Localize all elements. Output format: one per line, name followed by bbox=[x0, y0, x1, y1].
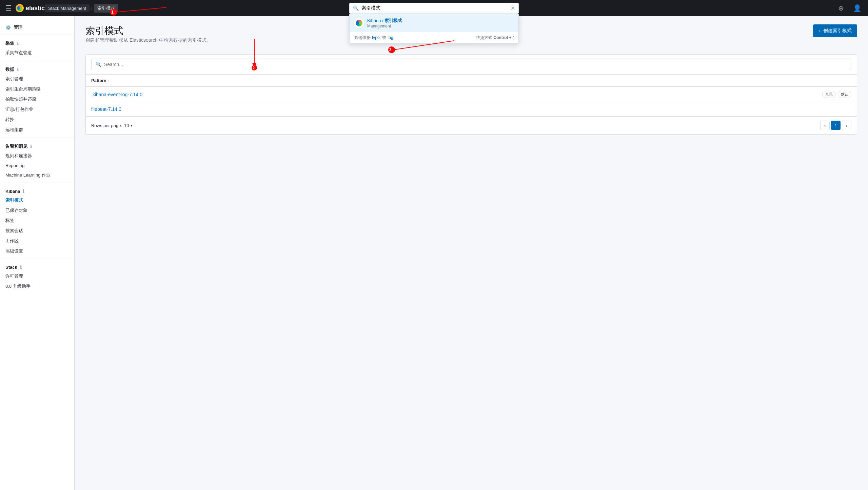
sidebar-item-search-sessions[interactable]: 搜索会话 bbox=[0, 226, 74, 236]
hamburger-menu[interactable]: ☰ bbox=[5, 4, 12, 12]
search-result-title: Kibana / 索引模式 bbox=[367, 18, 514, 24]
search-clear-icon[interactable]: ✕ bbox=[511, 5, 515, 12]
shortcut-key: Control + / bbox=[493, 35, 514, 40]
alerts-label: 告警和洞见 bbox=[5, 143, 27, 149]
info-icon-4: ℹ bbox=[23, 189, 24, 194]
sort-asc-icon: ↑ bbox=[108, 78, 110, 83]
divider-1 bbox=[0, 35, 74, 35]
svg-point-4 bbox=[20, 6, 22, 10]
sidebar-item-license[interactable]: 许可管理 bbox=[0, 271, 74, 281]
sidebar-item-spaces[interactable]: 工作区 bbox=[0, 236, 74, 246]
sidebar-item-remote-clusters[interactable]: 远程集群 bbox=[0, 125, 74, 135]
sidebar-item-upgrade[interactable]: 8.0 升级助手 bbox=[0, 281, 74, 291]
help-icon[interactable]: ⊕ bbox=[835, 3, 846, 14]
sidebar-item-tags[interactable]: 标签 bbox=[0, 216, 74, 226]
divider-3 bbox=[0, 138, 74, 138]
plus-icon: + bbox=[818, 28, 821, 34]
badge-container-1: 九思 默认 bbox=[822, 91, 851, 98]
sidebar-item-rules[interactable]: 规则和连接器 bbox=[0, 151, 74, 161]
index-patterns-table: 🔍 Pattern ↑ .kibana-event-log-7.14.0 九思 bbox=[85, 54, 857, 135]
filter-tags: 筛选依据 type: 或 tag: bbox=[354, 35, 394, 41]
sidebar-item-advanced-settings[interactable]: 高级设置 bbox=[0, 246, 74, 256]
main-content: 索引模式 创建和管理帮助您从 Elasticsearch 中检索数据的索引模式。… bbox=[75, 16, 868, 490]
breadcrumb-stack-management[interactable]: Stack Management bbox=[45, 4, 90, 12]
management-label: 管理 bbox=[14, 24, 22, 30]
gear-icon: ⚙️ bbox=[5, 25, 11, 30]
info-icon-2: ℹ bbox=[17, 67, 19, 72]
pattern-cell-1: .kibana-event-log-7.14.0 bbox=[91, 92, 142, 97]
create-button-label: 创建索引模式 bbox=[823, 28, 852, 34]
ingest-label: 采集 bbox=[5, 40, 14, 46]
sidebar-item-rollup[interactable]: 汇总/打包作业 bbox=[0, 104, 74, 115]
search-dropdown: Kibana / 索引模式 Management 筛选依据 type: 或 ta… bbox=[349, 14, 519, 44]
sidebar-item-saved-objects[interactable]: 已保存对象 bbox=[0, 205, 74, 216]
svg-point-9 bbox=[359, 21, 362, 25]
tag-tag-link[interactable]: tag: bbox=[388, 35, 394, 40]
pattern-column-header[interactable]: Pattern ↑ bbox=[91, 78, 851, 83]
sidebar-item-reporting[interactable]: Reporting bbox=[0, 161, 74, 170]
sidebar-item-ilm[interactable]: 索引生命周期策略 bbox=[0, 84, 74, 94]
sidebar-item-index-patterns[interactable]: 索引模式 bbox=[0, 195, 74, 205]
global-search-input[interactable] bbox=[361, 5, 508, 11]
pattern-link-kibana-event-log[interactable]: .kibana-event-log-7.14.0 bbox=[91, 92, 142, 97]
rows-per-page-value: 10 bbox=[124, 123, 129, 128]
sidebar-section-kibana: Kibana ℹ bbox=[0, 186, 74, 195]
table-search-bar[interactable]: 🔍 bbox=[91, 59, 851, 70]
search-icon: 🔍 bbox=[353, 5, 359, 11]
main-layout: ⚙️ 管理 采集 ℹ 采集节点管道 数据 ℹ 索引管理 索引生命周期策略 拍取快… bbox=[0, 16, 868, 490]
kibana-section-label: Kibana bbox=[5, 189, 20, 194]
pattern-link-filebeat[interactable]: filebeat-7.14.0 bbox=[91, 106, 121, 112]
global-search-bar[interactable]: 🔍 ✕ bbox=[349, 3, 519, 14]
default-badge: 默认 bbox=[838, 91, 851, 98]
sidebar-section-management: ⚙️ 管理 bbox=[0, 22, 74, 32]
user-icon[interactable]: 👤 bbox=[852, 3, 863, 14]
top-navigation: ☰ elastic Stack Management › 索引模式 🔍 ✕ bbox=[0, 0, 868, 16]
rows-per-page-select[interactable]: 10 ▾ bbox=[124, 123, 132, 128]
shortcut-hint: 快捷方式 Control + / bbox=[476, 35, 514, 41]
next-page-button[interactable]: › bbox=[842, 121, 851, 130]
table-header: Pattern ↑ bbox=[86, 75, 857, 87]
top-nav-right: ⊕ 👤 bbox=[835, 3, 863, 14]
sidebar-item-transform[interactable]: 转换 bbox=[0, 115, 74, 125]
info-icon-5: ℹ bbox=[20, 265, 22, 270]
result-kibana-icon bbox=[354, 18, 364, 28]
pattern-col-label: Pattern bbox=[91, 78, 106, 83]
rows-per-page-label: Rows per page: bbox=[91, 123, 122, 128]
table-search-input[interactable] bbox=[104, 62, 847, 67]
page-1-button[interactable]: 1 bbox=[831, 121, 841, 130]
svg-point-3 bbox=[17, 6, 20, 10]
divider-5 bbox=[0, 259, 74, 259]
page-description: 创建和管理帮助您从 Elasticsearch 中检索数据的索引模式。 bbox=[85, 37, 211, 43]
global-search-container: 🔍 ✕ Kibana / 索 bbox=[349, 3, 519, 14]
search-result-text: Kibana / 索引模式 Management bbox=[367, 18, 514, 28]
info-icon-1: ℹ bbox=[17, 41, 19, 46]
table-row[interactable]: filebeat-7.14.0 bbox=[86, 102, 857, 116]
sidebar-item-ingest-pipelines[interactable]: 采集节点管道 bbox=[0, 48, 74, 58]
sidebar-section-data: 数据 ℹ bbox=[0, 64, 74, 74]
sidebar-section-stack: Stack ℹ bbox=[0, 262, 74, 271]
breadcrumb-index-patterns[interactable]: 索引模式 bbox=[94, 4, 118, 13]
or-text: 或 bbox=[382, 35, 386, 41]
rows-dropdown-icon: ▾ bbox=[131, 123, 133, 128]
prev-page-button[interactable]: ‹ bbox=[820, 121, 830, 130]
svg-point-8 bbox=[356, 21, 359, 25]
page-navigation: ‹ 1 › bbox=[820, 121, 851, 130]
data-label: 数据 bbox=[5, 66, 14, 73]
search-result-item[interactable]: Kibana / 索引模式 Management bbox=[350, 14, 518, 32]
sidebar-item-ml-jobs[interactable]: Machine Learning 作业 bbox=[0, 170, 74, 180]
elastic-logo: elastic bbox=[16, 4, 45, 12]
sidebar-section-alerts: 告警和洞见 ℹ bbox=[0, 141, 74, 151]
rows-per-page: Rows per page: 10 ▾ bbox=[91, 123, 133, 128]
search-bold-text: 索引模式 bbox=[384, 18, 402, 23]
type-tag-link[interactable]: type: bbox=[372, 35, 381, 40]
breadcrumb: Stack Management › 索引模式 bbox=[45, 4, 118, 13]
sidebar-item-snapshot[interactable]: 拍取快照并还原 bbox=[0, 94, 74, 104]
elastic-icon bbox=[16, 4, 24, 12]
page-title: 索引模式 bbox=[85, 24, 211, 37]
sidebar-item-index-management[interactable]: 索引管理 bbox=[0, 74, 74, 84]
jiu-si-badge: 九思 bbox=[822, 91, 836, 98]
shortcut-label: 快捷方式 bbox=[476, 35, 492, 40]
table-row[interactable]: .kibana-event-log-7.14.0 九思 默认 bbox=[86, 87, 857, 102]
create-index-pattern-button[interactable]: + 创建索引模式 bbox=[813, 24, 857, 37]
breadcrumb-separator: › bbox=[91, 5, 93, 11]
